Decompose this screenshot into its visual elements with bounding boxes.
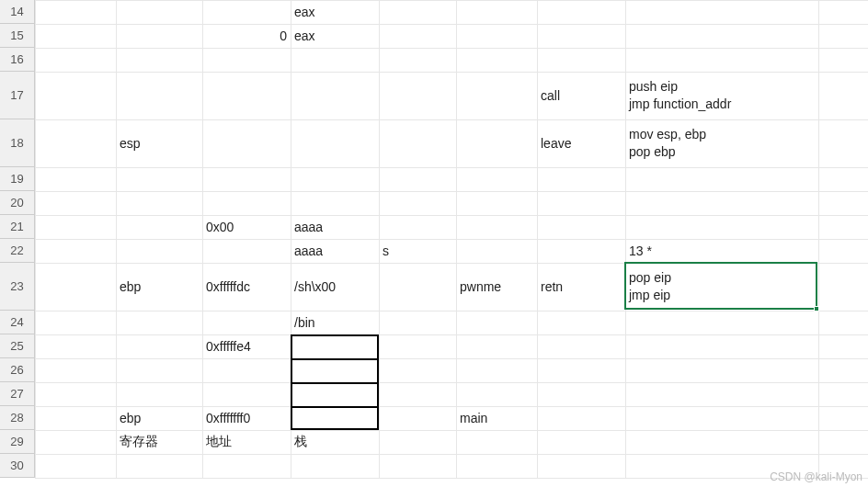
gridline-horizontal (35, 24, 868, 25)
cell-B29[interactable]: 寄存器 (116, 430, 202, 454)
gridline-vertical (35, 0, 36, 478)
gridline-horizontal (35, 454, 868, 455)
gridline-horizontal (35, 358, 868, 359)
row-header[interactable]: 26 (0, 358, 35, 382)
cell-D24[interactable]: /bin (291, 311, 379, 334)
cell-C21[interactable]: 0x00 (202, 215, 291, 239)
row-header[interactable]: 29 (0, 430, 35, 454)
gridline-horizontal (35, 334, 868, 335)
gridline-horizontal (35, 215, 868, 216)
cell-D21[interactable]: aaaa (291, 215, 379, 239)
gridline-horizontal (35, 191, 868, 192)
cell-D22[interactable]: aaaa (291, 239, 379, 263)
row-header[interactable]: 18 (0, 119, 35, 167)
row-header[interactable]: 14 (0, 0, 35, 24)
row-header[interactable]: 21 (0, 215, 35, 239)
cell-E22[interactable]: s (379, 239, 456, 263)
row-header[interactable]: 15 (0, 24, 35, 48)
row-header[interactable]: 17 (0, 72, 35, 119)
row-header[interactable]: 22 (0, 239, 35, 263)
gridline-horizontal (35, 311, 868, 311)
cell-B23[interactable]: ebp (116, 263, 202, 311)
row-header[interactable]: 28 (0, 406, 35, 430)
row-header[interactable]: 19 (0, 167, 35, 191)
cell-H22[interactable]: 13 * (625, 239, 818, 263)
row-header[interactable]: 30 (0, 454, 35, 478)
gridline-horizontal (35, 48, 868, 49)
watermark-text: CSDN @kali-Myon (770, 470, 862, 483)
gridline-horizontal (35, 478, 868, 479)
row-header[interactable]: 16 (0, 48, 35, 72)
row-header[interactable]: 20 (0, 191, 35, 215)
cell-C29[interactable]: 地址 (202, 430, 291, 454)
row-header[interactable]: 23 (0, 263, 35, 311)
cell-G17[interactable]: call (537, 72, 625, 119)
cell-H17[interactable]: push eip jmp function_addr (625, 72, 818, 119)
cell-G18[interactable]: leave (537, 119, 625, 167)
cell-G23[interactable]: retn (537, 263, 625, 311)
gridline-horizontal (35, 167, 868, 168)
cell-C15[interactable]: 0 (202, 24, 291, 48)
cell-B18[interactable]: esp (116, 119, 202, 167)
cell-H23[interactable]: pop eip jmp eip (625, 263, 818, 311)
cell-B28[interactable]: ebp (116, 406, 202, 430)
cell-D14[interactable]: eax (291, 0, 379, 24)
cell-D29[interactable]: 栈 (291, 430, 379, 454)
gridline-horizontal (35, 382, 868, 383)
cell-H18[interactable]: mov esp, ebp pop ebp (625, 119, 818, 167)
cell-C25[interactable]: 0xfffffe4 (202, 334, 291, 358)
gridline-vertical (818, 0, 819, 478)
row-header[interactable]: 25 (0, 334, 35, 358)
cell-F23[interactable]: pwnme (456, 263, 537, 311)
row-header[interactable]: 27 (0, 382, 35, 406)
spreadsheet-sheet[interactable]: 1415161718192021222324252627282930 eax0e… (0, 0, 868, 487)
cell-C28[interactable]: 0xfffffff0 (202, 406, 291, 430)
cell-D15[interactable]: eax (291, 24, 379, 48)
cell-F28[interactable]: main (456, 406, 537, 430)
gridline-horizontal (35, 0, 868, 1)
row-header[interactable]: 24 (0, 311, 35, 334)
cell-D23[interactable]: /sh\x00 (291, 263, 379, 311)
cell-C23[interactable]: 0xfffffdc (202, 263, 291, 311)
